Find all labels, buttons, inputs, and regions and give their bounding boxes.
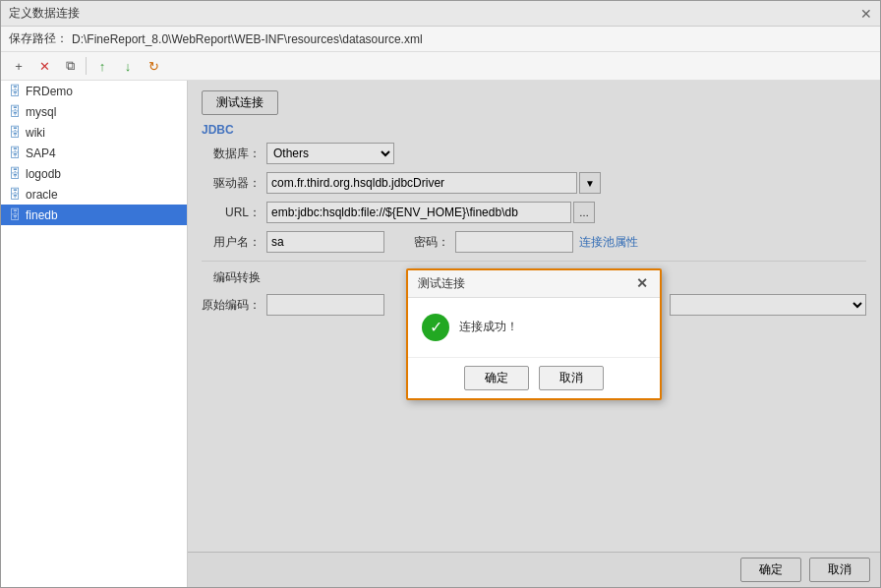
modal-close-button[interactable]: ✕ xyxy=(634,275,650,291)
modal-body: ✓ 连接成功！ xyxy=(408,298,660,357)
sidebar-item-frdemo[interactable]: 🗄 FRDemo xyxy=(1,81,187,101)
modal-dialog: 测试连接 ✕ ✓ 连接成功！ 确定 取消 xyxy=(406,268,662,400)
copy-button[interactable]: ⧉ xyxy=(58,55,82,77)
sidebar-item-label: SAP4 xyxy=(26,147,56,160)
sidebar-item-finedb[interactable]: 🗄 finedb xyxy=(1,205,187,225)
success-icon: ✓ xyxy=(422,314,449,341)
window-title: 定义数据连接 xyxy=(9,5,80,22)
sidebar-item-label: FRDemo xyxy=(26,85,73,98)
sidebar-item-wiki[interactable]: 🗄 wiki xyxy=(1,122,187,143)
modal-cancel-button[interactable]: 取消 xyxy=(539,366,604,390)
content-area: 测试连接 JDBC 数据库： Others 驱动器： ▼ xyxy=(188,81,880,587)
add-button[interactable]: + xyxy=(7,55,30,77)
sidebar-item-label: oracle xyxy=(26,188,58,202)
save-path-value: D:\FineReport_8.0\WebReport\WEB-INF\reso… xyxy=(72,32,423,46)
sidebar-item-sap4[interactable]: 🗄 SAP4 xyxy=(1,143,187,163)
sidebar-item-logodb[interactable]: 🗄 logodb xyxy=(1,163,187,184)
title-bar: 定义数据连接 ✕ xyxy=(1,1,880,27)
sidebar-item-label: logodb xyxy=(26,167,61,181)
modal-title: 测试连接 xyxy=(418,275,465,292)
window-close-icon[interactable]: ✕ xyxy=(860,6,872,22)
refresh-button[interactable]: ↻ xyxy=(142,55,165,77)
modal-footer: 确定 取消 xyxy=(408,357,660,398)
database-icon: 🗄 xyxy=(9,166,22,181)
sidebar: 🗄 FRDemo 🗄 mysql 🗄 wiki 🗄 SAP4 🗄 logodb … xyxy=(1,81,188,587)
main-container: 🗄 FRDemo 🗄 mysql 🗄 wiki 🗄 SAP4 🗄 logodb … xyxy=(1,81,880,587)
database-icon: 🗄 xyxy=(9,104,22,119)
toolbar: + ✕ ⧉ ↑ ↓ ↻ xyxy=(1,52,880,81)
modal-confirm-button[interactable]: 确定 xyxy=(464,366,529,390)
sidebar-item-label: finedb xyxy=(26,208,58,222)
modal-title-bar: 测试连接 ✕ xyxy=(408,270,660,298)
modal-message: 连接成功！ xyxy=(459,319,518,335)
toolbar-separator xyxy=(86,57,87,75)
modal-overlay: 测试连接 ✕ ✓ 连接成功！ 确定 取消 xyxy=(188,81,880,587)
sidebar-item-mysql[interactable]: 🗄 mysql xyxy=(1,101,187,122)
sidebar-item-label: wiki xyxy=(26,126,45,140)
database-icon: 🗄 xyxy=(9,207,22,222)
database-icon: 🗄 xyxy=(9,146,22,160)
move-down-button[interactable]: ↓ xyxy=(116,55,140,77)
database-icon: 🗄 xyxy=(9,84,22,98)
main-window: 定义数据连接 ✕ 保存路径： D:\FineReport_8.0\WebRepo… xyxy=(0,0,881,588)
database-icon: 🗄 xyxy=(9,125,22,140)
save-path-label: 保存路径： xyxy=(9,30,68,47)
sidebar-item-label: mysql xyxy=(26,105,56,119)
sidebar-item-oracle[interactable]: 🗄 oracle xyxy=(1,184,187,205)
move-up-button[interactable]: ↑ xyxy=(90,55,114,77)
save-path-bar: 保存路径： D:\FineReport_8.0\WebReport\WEB-IN… xyxy=(1,27,880,52)
delete-button[interactable]: ✕ xyxy=(32,55,56,77)
database-icon: 🗄 xyxy=(9,187,22,202)
